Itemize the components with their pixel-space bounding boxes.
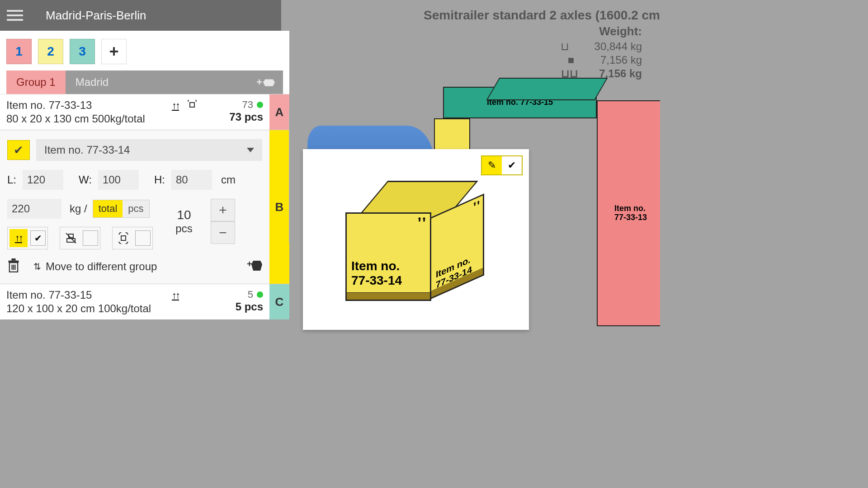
status-dot-icon (257, 291, 263, 298)
weight-mode-pcs[interactable]: pcs (123, 200, 149, 217)
item-a-count: 73 (242, 99, 253, 111)
move-to-group-button[interactable]: ⇅ Move to different group (33, 260, 157, 273)
confirm-preview-button[interactable]: ✔ (502, 156, 522, 174)
stackable-checkbox[interactable]: ✔ (30, 230, 46, 246)
item-c-dims: 120 x 100 x 20 cm 100kg/total (6, 302, 229, 315)
preview-toolbar: ✎ ✔ (481, 155, 523, 175)
weight-input[interactable] (7, 199, 61, 219)
group-chip-2[interactable]: 2 (38, 39, 63, 64)
dimension-unit: cm (221, 174, 236, 186)
this-side-up-icon: ⬆⬆ (473, 199, 480, 207)
tab-group-1[interactable]: Group 1 (6, 70, 66, 94)
menu-icon[interactable] (7, 10, 23, 21)
qty-increase-button[interactable]: + (211, 199, 235, 221)
chevron-down-icon (247, 148, 254, 152)
width-label: W: (79, 174, 92, 186)
quantity-display: 10 pcs (164, 199, 204, 244)
edit-preview-button[interactable]: ✎ (482, 156, 502, 174)
svg-rect-1 (190, 103, 194, 107)
tab-madrid-label: Madrid (75, 76, 108, 89)
svg-rect-11 (11, 258, 15, 261)
item-select-dropdown[interactable]: Item no. 77-33-14 (36, 139, 262, 161)
item-c-color-tag: C (269, 284, 289, 319)
vehicle-title: Semitrailer standard 2 axles (1600.2 cm (424, 8, 660, 23)
no-stack-checkbox[interactable] (83, 230, 98, 246)
item-row-c[interactable]: Item no. 77-33-15 120 x 100 x 20 cm 100k… (0, 284, 289, 319)
this-side-up-icon: ↑↑ (172, 100, 179, 112)
status-dot-icon (257, 102, 263, 108)
weight-summary: Weight: ⊔30,844 kg ■7,156 kg ⊔⊔7,156 kg (558, 24, 642, 80)
delete-item-button[interactable] (7, 258, 20, 275)
rotatable-icon (186, 100, 198, 112)
loaded-box-red-col-1: Item no.77-33-13 (597, 100, 660, 326)
item-c-pcs: 5 pcs (236, 300, 263, 313)
item-row-a[interactable]: Item no. 77-33-13 80 x 20 x 130 cm 500kg… (0, 94, 289, 130)
svg-text:+: + (247, 259, 252, 269)
add-item-to-group-icon[interactable] (256, 76, 275, 88)
quantity-unit: pcs (175, 222, 192, 235)
this-side-up-icon: ↑↑ (172, 290, 179, 301)
svg-marker-13 (251, 261, 262, 271)
add-to-load-button[interactable]: + (247, 259, 262, 274)
height-input[interactable] (171, 170, 212, 190)
item-b-name: Item no. 77-33-14 (44, 144, 130, 156)
qty-decrease-button[interactable]: − (211, 221, 235, 244)
confirm-item-button[interactable]: ✔ (7, 140, 30, 160)
app-header: Madrid-Paris-Berlin (0, 0, 281, 31)
height-label: H: (154, 174, 165, 186)
rotate-toggle[interactable] (112, 227, 153, 249)
item-a-pcs: 73 pcs (229, 111, 263, 123)
cargo-weight-icon: ■ (564, 54, 578, 66)
weight-unit: kg / (70, 202, 87, 215)
quantity-stepper: + − (211, 199, 235, 249)
svg-marker-0 (263, 80, 275, 86)
width-input[interactable] (98, 170, 139, 190)
preview-3d-box: ⬆⬆ Item no. 77-33-14 ⬆⬆ Item no. 77-33-1… (344, 181, 479, 307)
no-stack-icon (62, 229, 80, 247)
weight-heading: Weight: (558, 24, 642, 38)
length-label: L: (7, 174, 16, 186)
items-list: Item no. 77-33-13 80 x 20 x 130 cm 500kg… (0, 94, 289, 319)
axle-weight-value: 30,844 kg (594, 40, 642, 53)
cargo-weight-value: 7,156 kg (600, 54, 642, 66)
axle-weight-icon: ⊔ (558, 40, 572, 53)
tab-madrid[interactable]: Madrid (66, 70, 283, 94)
route-title: Madrid-Paris-Berlin (46, 9, 146, 23)
item-row-b: ✔ Item no. 77-33-14 L: W: H: cm (0, 130, 289, 284)
add-group-button[interactable]: + (101, 39, 127, 64)
group-chip-3[interactable]: 3 (70, 39, 95, 64)
item-preview-card: ✎ ✔ ⬆⬆ Item no. 77-33-14 ⬆⬆ Item no. 77-… (303, 149, 529, 330)
weight-mode-total[interactable]: total (93, 200, 123, 217)
groups-panel: 1 2 3 + Group 1 Madrid (0, 31, 289, 94)
length-input[interactable] (23, 170, 63, 190)
group-tabs: Group 1 Madrid (6, 70, 283, 94)
quantity-value: 10 (177, 208, 191, 222)
item-a-color-tag: A (269, 94, 289, 130)
rotate-checkbox[interactable] (135, 230, 151, 246)
no-stack-toggle[interactable] (60, 227, 100, 249)
item-c-count: 5 (248, 289, 253, 300)
this-side-up-icon: ↑↑ (9, 229, 28, 247)
item-a-dims: 80 x 20 x 130 cm 500kg/total (6, 113, 223, 125)
move-label: Move to different group (46, 260, 157, 273)
item-b-color-tag: B (269, 130, 289, 284)
move-updown-icon: ⇅ (33, 261, 41, 272)
svg-rect-5 (121, 236, 126, 240)
this-side-up-icon: ⬆⬆ (417, 216, 426, 223)
svg-rect-10 (9, 261, 19, 263)
stackable-toggle[interactable]: ↑↑ ✔ (7, 227, 48, 249)
group-chip-1[interactable]: 1 (6, 39, 32, 64)
group-number-chips: 1 2 3 + (6, 39, 283, 70)
rotatable-icon (114, 229, 132, 247)
item-c-name: Item no. 77-33-15 (6, 289, 229, 301)
loaded-box-green-top (486, 78, 608, 100)
